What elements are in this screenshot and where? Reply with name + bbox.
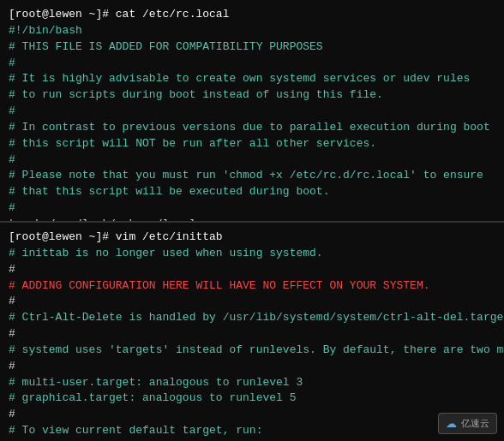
top-line-13: #: [9, 200, 495, 217]
watermark-text: 亿速云: [461, 417, 489, 430]
bottom-line-9: # systemd uses 'targets' instead of runl…: [9, 343, 495, 359]
top-line-10: #: [9, 152, 495, 169]
top-line-15: touch /var/lock/subsys/local: [9, 217, 495, 223]
top-line-9: # this script will NOT be run after all …: [9, 136, 495, 152]
top-line-2: #!/bin/bash: [9, 23, 495, 39]
bottom-line-8: #: [9, 326, 495, 343]
top-line-12: # that this script will be executed duri…: [9, 184, 495, 200]
terminal-top: [root@lewen ~]# cat /etc/rc.local #!/bin…: [0, 0, 504, 223]
watermark-icon: ☁: [446, 417, 457, 430]
top-line-1: [root@lewen ~]# cat /etc/rc.local: [9, 7, 495, 23]
top-line-4: #: [9, 56, 495, 72]
top-line-7: #: [9, 104, 495, 120]
bottom-line-4: #: [9, 262, 495, 278]
bottom-line-13: #: [9, 407, 495, 423]
bottom-line-10: #: [9, 359, 495, 375]
terminal-bottom: [root@lewen ~]# vim /etc/inittab # initt…: [0, 223, 504, 441]
top-line-8: # In contrast to previous versions due t…: [9, 120, 495, 136]
watermark: ☁ 亿速云: [438, 413, 497, 434]
bottom-line-7: # Ctrl-Alt-Delete is handled by /usr/lib…: [9, 310, 495, 326]
bottom-line-12: # graphical.target: analogous to runleve…: [9, 390, 495, 407]
top-line-11: # Please note that you must run 'chmod +…: [9, 168, 495, 184]
bottom-line-6: #: [9, 294, 495, 310]
bottom-line-14: # To view current default target, run:: [9, 423, 495, 439]
bottom-line-3: # inittab is no longer used when using s…: [9, 246, 495, 262]
bottom-line-1: [root@lewen ~]# vim /etc/inittab: [9, 229, 495, 246]
bottom-line-5: # ADDING CONFIGURATION HERE WILL HAVE NO…: [9, 278, 495, 295]
top-line-5: # It is highly advisable to create own s…: [9, 71, 495, 87]
top-line-6: # to run scripts during boot instead of …: [9, 87, 495, 104]
top-line-3: # THIS FILE IS ADDED FOR COMPATIBILITY P…: [9, 39, 495, 56]
bottom-line-11: # multi-user.target: analogous to runlev…: [9, 375, 495, 391]
